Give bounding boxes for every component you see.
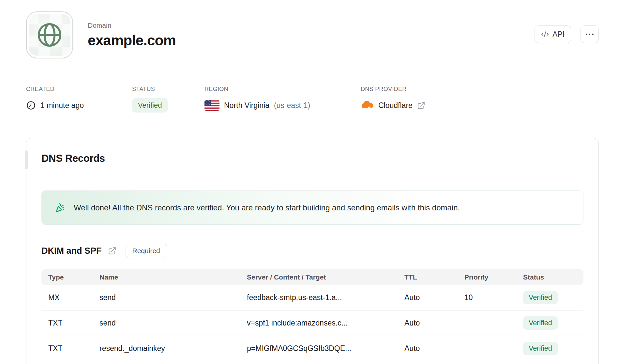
more-options-button[interactable] [581,25,599,43]
domain-meta-row: CREATED 1 minute ago STATUS Verified REG… [26,86,599,118]
created-label: CREATED [26,86,84,93]
cell-content: feedback-smtp.us-east-1.a... [240,293,398,302]
dns-table-body: MX send feedback-smtp.us-east-1.a... Aut… [41,285,583,361]
api-button[interactable]: API [535,25,571,43]
page-kicker: Domain [88,22,176,29]
status-badge: Verified [523,291,558,304]
col-header-status: Status [516,273,583,281]
section-scroll-indicator [25,150,28,169]
ellipsis-icon [586,34,594,35]
verification-success-banner: Well done! All the DNS records are verif… [41,190,583,225]
meta-dns-provider: DNS PROVIDER Cloudflare [361,86,425,113]
party-popper-icon [55,202,66,213]
dns-provider-label: DNS PROVIDER [361,86,425,93]
cell-content: p=MIGfMA0GCSqGSIb3DQE... [240,344,398,353]
external-link-icon[interactable] [417,101,425,110]
cloudflare-icon [361,101,374,110]
dkim-spf-title: DKIM and SPF [41,246,102,256]
domain-detail-page: Domain example.com API CREATED 1 minute [26,0,599,364]
external-link-icon[interactable] [108,247,116,255]
status-badge: Verified [523,342,558,355]
meta-region: REGION [204,86,310,113]
dns-records-title: DNS Records [41,153,583,164]
required-badge: Required [126,244,167,258]
table-row: MX send feedback-smtp.us-east-1.a... Aut… [41,285,583,311]
meta-created: CREATED 1 minute ago [26,86,84,113]
header-actions: API [535,25,599,43]
cell-ttl: Auto [398,293,458,302]
globe-icon [35,20,65,50]
header-text: Domain example.com [88,11,176,58]
dns-records-table: Type Name Server / Content / Target TTL … [41,269,583,361]
domain-avatar [26,11,73,58]
col-header-priority: Priority [458,273,516,281]
cell-priority: 10 [458,293,516,302]
cell-status: Verified [516,316,583,330]
cell-content: v=spf1 include:amazonses.c... [240,319,398,327]
created-value: 1 minute ago [40,101,84,110]
code-icon [541,30,549,38]
dns-records-card: DNS Records Well done! All the DNS recor… [26,138,599,364]
api-button-label: API [552,30,565,39]
col-header-type: Type [41,273,93,281]
cell-ttl: Auto [398,344,458,353]
clock-icon [26,100,36,110]
table-row: TXT send v=spf1 include:amazonses.c... A… [41,311,583,336]
region-value: North Virginia [224,101,269,110]
cell-type: MX [41,293,93,302]
cell-name: send [93,293,240,302]
meta-status: STATUS Verified [132,86,168,113]
banner-message: Well done! All the DNS records are verif… [74,203,460,212]
cell-type: TXT [41,344,93,353]
col-header-ttl: TTL [398,273,458,281]
cell-ttl: Auto [398,319,458,327]
cell-name: send [93,319,240,327]
dns-provider-value: Cloudflare [378,101,413,110]
cell-status: Verified [516,291,583,304]
page-title: example.com [88,32,176,49]
cell-type: TXT [41,319,93,327]
cell-status: Verified [516,342,583,355]
region-label: REGION [204,86,310,93]
col-header-name: Name [93,273,240,281]
region-code: (us-east-1) [274,101,310,110]
status-badge: Verified [523,316,558,330]
us-flag-icon [204,100,219,111]
status-verified-badge: Verified [132,98,168,113]
col-header-content: Server / Content / Target [240,273,398,281]
table-header-row: Type Name Server / Content / Target TTL … [41,269,583,285]
table-row: TXT resend._domainkey p=MIGfMA0GCSqGSIb3… [41,336,583,361]
page-header: Domain example.com API [26,11,599,58]
status-label: STATUS [132,86,168,93]
dkim-spf-section-header: DKIM and SPF Required [41,244,583,258]
cell-name: resend._domainkey [93,344,240,353]
